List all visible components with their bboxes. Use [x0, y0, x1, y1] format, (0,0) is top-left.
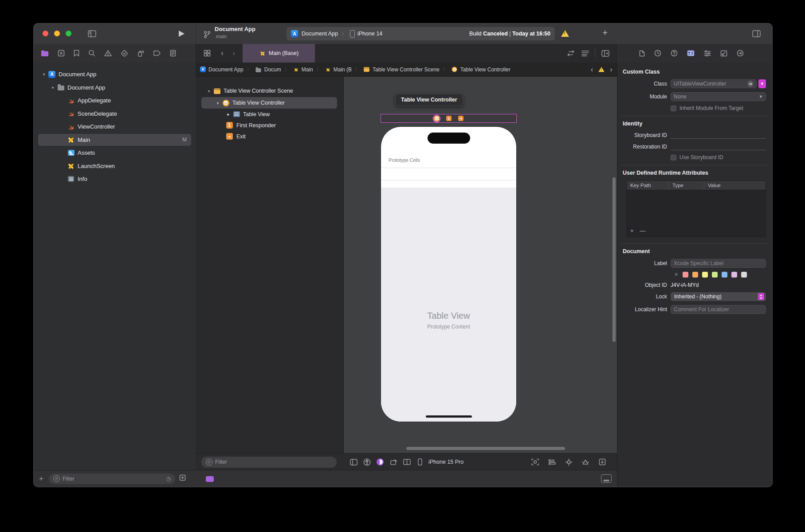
nav-row-info[interactable]: Info — [34, 172, 196, 186]
toggle-navigator-icon[interactable] — [86, 28, 98, 39]
storyboard-entry-chip[interactable] — [206, 476, 214, 482]
use-storyboard-id-checkbox-row[interactable]: Use Storyboard ID — [671, 154, 766, 160]
swatch-yellow[interactable] — [702, 272, 708, 278]
interface-builder-canvas[interactable]: Table View Controller 1 ➔ Prototype Cell… — [343, 77, 617, 454]
outline-filter-field[interactable]: ⦿ Filter — [201, 457, 337, 468]
related-items-icon[interactable] — [201, 48, 213, 59]
recent-files-icon[interactable]: ◷ — [166, 476, 171, 482]
bookmarks-navigator-icon[interactable] — [74, 50, 79, 57]
canvas-horizontal-scrollbar[interactable] — [406, 447, 565, 450]
swatch-green[interactable] — [712, 272, 718, 278]
file-inspector-icon[interactable] — [639, 50, 645, 57]
debug-navigator-icon[interactable] — [137, 50, 144, 57]
lock-stepper-icon[interactable]: ▲▼ — [758, 293, 764, 300]
alignment-icon[interactable] — [545, 459, 558, 466]
restoration-id-field[interactable] — [671, 143, 766, 150]
nav-row-scenedelegate[interactable]: SceneDelegate — [34, 107, 196, 121]
module-dropdown-icon[interactable]: ▼ — [759, 94, 763, 99]
go-forward-icon[interactable]: › — [228, 48, 240, 59]
inherit-module-checkbox[interactable] — [671, 106, 676, 111]
zoom-selection-icon[interactable] — [528, 458, 542, 466]
jump-warning-icon[interactable] — [599, 67, 605, 72]
toggle-inspector-icon[interactable] — [750, 28, 762, 39]
hide-outline-icon[interactable] — [347, 459, 360, 466]
document-color-swatches[interactable]: ✕ — [674, 272, 766, 278]
device-bezels-toggle-icon[interactable] — [601, 474, 612, 483]
run-destination-device[interactable]: iPhone 14 — [357, 31, 382, 37]
orientation-toggle-icon[interactable] — [387, 458, 400, 466]
issues-navigator-icon[interactable] — [104, 50, 112, 57]
swatch-purple[interactable] — [731, 272, 737, 278]
runtime-attributes-empty-body[interactable] — [627, 190, 766, 227]
run-button[interactable] — [176, 28, 187, 39]
go-back-icon[interactable]: ‹ — [216, 48, 228, 59]
split-preview-icon[interactable] — [400, 459, 413, 465]
accessibility-preview-icon[interactable] — [360, 458, 373, 466]
outline-controller-row-selected[interactable]: ▾ Table View Controller — [196, 97, 343, 109]
add-file-button[interactable]: + — [34, 474, 49, 483]
history-inspector-icon[interactable] — [654, 50, 661, 57]
outline-first-responder-row[interactable]: 1 First Responder — [196, 120, 343, 131]
module-field[interactable]: None ▼ — [671, 92, 766, 101]
adjust-editor-options-icon[interactable] — [579, 48, 591, 59]
attributes-inspector-icon[interactable] — [704, 50, 711, 57]
device-selector-icon[interactable] — [413, 458, 427, 466]
swatch-gray[interactable] — [741, 272, 747, 278]
quick-help-inspector-icon[interactable] — [671, 50, 678, 57]
device-selector-label[interactable]: iPhone 15 Pro — [428, 459, 463, 465]
storyboard-id-field[interactable] — [671, 131, 766, 139]
tests-navigator-icon[interactable] — [121, 50, 128, 57]
dock-exit-icon[interactable]: ➔ — [458, 116, 463, 121]
jump-item-main-base[interactable]: Main (B — [334, 66, 352, 73]
outline-tableview-row[interactable]: ▸ Table View — [196, 109, 343, 120]
jump-item-controller[interactable]: Table View Controller — [460, 66, 510, 73]
embed-in-icon[interactable] — [596, 458, 609, 466]
remove-attribute-button[interactable]: — — [640, 227, 646, 234]
document-label-field[interactable]: Xcode Specific Label — [671, 259, 766, 268]
color-scheme-toggle-icon-active[interactable] — [373, 458, 387, 466]
minimize-window-button[interactable] — [54, 31, 60, 36]
jump-item-folder[interactable]: Docum — [264, 66, 281, 73]
scheme-branch-name[interactable]: main — [216, 34, 227, 39]
add-constraints-icon[interactable] — [562, 458, 575, 466]
canvas-vertical-scrollbar[interactable] — [613, 177, 616, 342]
resolve-autolayout-icon[interactable] — [579, 459, 592, 466]
zoom-window-button[interactable] — [66, 31, 71, 36]
size-inspector-icon[interactable] — [720, 50, 727, 57]
connections-inspector-icon[interactable] — [737, 50, 744, 57]
source-control-navigator-icon[interactable] — [58, 50, 65, 57]
dock-view-controller-icon[interactable] — [434, 116, 440, 121]
scheme-project-title[interactable]: Document App — [215, 26, 255, 32]
jump-back-icon[interactable]: ‹ — [591, 65, 593, 74]
add-attribute-button[interactable]: + — [630, 227, 634, 234]
nav-row-assets[interactable]: Assets — [34, 146, 196, 160]
close-window-button[interactable] — [43, 31, 48, 36]
swatch-red[interactable] — [683, 272, 688, 278]
jump-item-main[interactable]: Main — [302, 66, 313, 73]
nav-row-appdelegate[interactable]: AppDelegate — [34, 94, 196, 107]
outline-scene-row[interactable]: ▾ Table View Controller Scene — [196, 85, 343, 97]
swatch-orange[interactable] — [692, 272, 698, 278]
identity-inspector-icon-selected[interactable] — [687, 50, 695, 56]
nav-row-project[interactable]: ▾ADocument App — [34, 68, 196, 81]
source-control-status-icon[interactable] — [179, 474, 186, 483]
reports-navigator-icon[interactable] — [170, 50, 176, 57]
outline-exit-row[interactable]: ➔ Exit — [196, 131, 343, 142]
code-review-icon[interactable] — [565, 48, 577, 59]
library-add-button[interactable]: + — [599, 27, 611, 38]
nav-row-viewcontroller[interactable]: ViewController — [34, 120, 196, 133]
runtime-attributes-table[interactable]: Key Path Type Value + — — [626, 180, 766, 237]
jump-forward-icon[interactable]: › — [610, 65, 613, 74]
scene-dock-selected[interactable]: 1 ➔ — [381, 114, 517, 123]
dock-first-responder-icon[interactable]: 1 — [446, 116, 452, 121]
tab-main-base[interactable]: Main (Base) — [243, 44, 315, 63]
class-field[interactable]: UITableViewController ➜ — [671, 79, 757, 88]
localizer-hint-field[interactable]: Comment For Localizer — [671, 305, 766, 314]
jump-item-scene[interactable]: Table View Controller Scene — [373, 66, 440, 73]
class-jump-arrow-icon[interactable]: ➜ — [747, 81, 754, 87]
clear-color-icon[interactable]: ✕ — [674, 272, 678, 278]
jump-item-project[interactable]: Document App — [208, 66, 243, 73]
nav-row-launchscreen[interactable]: LaunchScreen — [34, 160, 196, 173]
build-warning-icon[interactable] — [561, 30, 569, 37]
navigator-filter-field[interactable]: ⦿ Filter ◷ — [49, 473, 175, 484]
